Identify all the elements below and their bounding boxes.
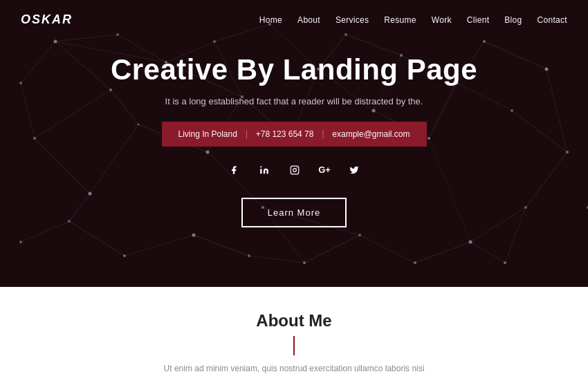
info-email: example@gmail.com <box>332 129 410 138</box>
about-divider <box>293 336 295 355</box>
navigation: OSKAR Home About Services Resume Work Cl… <box>0 0 588 39</box>
nav-blog[interactable]: Blog <box>504 15 522 25</box>
twitter-icon[interactable] <box>346 161 362 178</box>
hero-subtitle: It is a long established fact that a rea… <box>69 95 519 106</box>
nav-home[interactable]: Home <box>259 15 282 25</box>
svg-line-59 <box>546 69 567 152</box>
google-plus-icon[interactable]: G+ <box>317 161 332 178</box>
linkedin-icon[interactable] <box>256 161 273 178</box>
nav-resume[interactable]: Resume <box>384 15 416 25</box>
site-logo: OSKAR <box>21 12 73 27</box>
svg-line-66 <box>304 235 360 263</box>
svg-line-75 <box>21 41 55 83</box>
nav-client[interactable]: Client <box>467 15 489 25</box>
nav-about[interactable]: About <box>297 15 320 25</box>
svg-line-60 <box>512 111 567 152</box>
info-phone: +78 123 654 78 <box>256 129 314 138</box>
svg-line-81 <box>470 242 505 263</box>
svg-line-64 <box>415 242 470 263</box>
hero-content: Creative By Landing Page It is a long es… <box>69 53 519 227</box>
info-sep-2: | <box>322 128 324 139</box>
info-location: Living In Poland <box>178 129 237 138</box>
social-icons: G+ <box>69 161 519 178</box>
svg-line-67 <box>249 256 304 263</box>
instagram-icon[interactable] <box>286 161 303 178</box>
facebook-icon[interactable] <box>226 161 242 178</box>
svg-line-71 <box>21 221 69 242</box>
svg-point-84 <box>260 166 261 167</box>
about-title: About Me <box>256 311 331 330</box>
info-sep-1: | <box>246 128 248 139</box>
about-title-plain: About <box>256 311 304 330</box>
info-bar: Living In Poland | +78 123 654 78 | exam… <box>162 121 427 146</box>
about-section: About Me Ut enim ad minim veniam, quis n… <box>0 287 588 392</box>
nav-contact[interactable]: Contact <box>538 15 567 25</box>
learn-more-button[interactable]: Learn More <box>241 197 347 227</box>
svg-line-65 <box>360 235 415 263</box>
svg-line-62 <box>526 152 567 207</box>
nav-services[interactable]: Services <box>336 15 369 25</box>
about-title-bold: Me <box>304 311 332 330</box>
hero-title: Creative By Landing Page <box>69 53 519 86</box>
svg-line-76 <box>21 83 35 138</box>
nav-links: Home About Services Resume Work Client B… <box>259 15 567 25</box>
svg-point-87 <box>297 167 297 168</box>
hero-section: OSKAR Home About Services Resume Work Cl… <box>0 0 588 287</box>
nav-work[interactable]: Work <box>432 15 452 25</box>
svg-line-68 <box>194 235 249 256</box>
svg-line-69 <box>125 235 194 256</box>
svg-rect-85 <box>291 166 299 174</box>
svg-point-86 <box>293 168 297 171</box>
about-text: Ut enim ad minim veniam, quis nostrud ex… <box>164 364 425 373</box>
